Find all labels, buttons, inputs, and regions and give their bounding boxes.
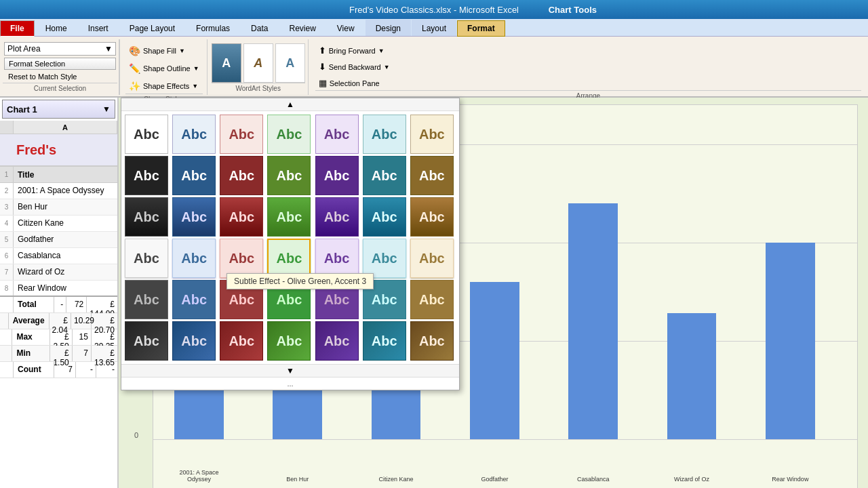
tab-data[interactable]: Data <box>241 20 278 36</box>
abc-item-r5-c4[interactable]: Abc <box>315 321 359 361</box>
tab-view[interactable]: View <box>327 20 365 36</box>
title-bar: Fred's Video Classics.xlsx - Microsoft E… <box>0 0 868 19</box>
abc-item-r2-c5[interactable]: Abc <box>363 197 406 237</box>
abc-item-r5-c6[interactable]: Abc <box>410 321 454 361</box>
abc-item-r4-c1[interactable]: Abc <box>172 280 216 319</box>
popup-more[interactable]: ... <box>121 377 459 390</box>
abc-item-r0-c5[interactable]: Abc <box>363 115 406 154</box>
stat-count-v1: 7 <box>54 362 76 378</box>
abc-item-r3-c6[interactable]: Abc <box>410 239 454 278</box>
abc-item-r3-c3[interactable]: Abc <box>267 239 311 278</box>
wordart-item-3[interactable]: A <box>275 43 305 83</box>
abc-item-r5-c1[interactable]: Abc <box>172 321 216 361</box>
abc-item-r3-c4[interactable]: Abc <box>315 239 359 278</box>
abc-item-r3-c0[interactable]: Abc <box>125 239 168 278</box>
abc-item-r5-c5[interactable]: Abc <box>363 321 406 361</box>
abc-item-r1-c0[interactable]: Abc <box>125 156 168 195</box>
bring-forward-arrow: ▼ <box>378 47 384 54</box>
abc-item-r5-c2[interactable]: Abc <box>220 321 263 361</box>
abc-item-r1-c1[interactable]: Abc <box>172 156 216 195</box>
stat-min-v3: £ 13.65 <box>92 346 117 361</box>
col-header-row: A <box>0 121 117 134</box>
abc-item-r0-c6[interactable]: Abc <box>410 115 454 154</box>
freds-title: Fred's <box>16 142 56 158</box>
tab-file[interactable]: File <box>0 20 35 37</box>
abc-item-r1-c2[interactable]: Abc <box>220 156 263 195</box>
chart-dropdown[interactable]: Chart 1 ▼ <box>2 100 115 119</box>
bar-wizard <box>667 313 717 439</box>
cell-wizard[interactable]: Wizard of Oz <box>14 264 117 280</box>
abc-item-r1-c5[interactable]: Abc <box>363 156 406 195</box>
abc-item-r2-c2[interactable]: Abc <box>220 197 263 237</box>
shape-outline-label: Shape Outline <box>143 64 191 73</box>
abc-item-r2-c6[interactable]: Abc <box>410 197 454 237</box>
cell-citizen-kane[interactable]: Citizen Kane <box>14 216 117 231</box>
scroll-down-icon: ▼ <box>286 366 294 375</box>
chart-area-text: Plot Area <box>7 44 104 54</box>
cell-casablanca[interactable]: Casablanca <box>14 248 117 264</box>
reset-style-btn[interactable]: Reset to Match Style <box>4 71 116 82</box>
shape-controls: 🎨 Shape Fill ▼ ✏️ Shape Outline ▼ ✨ Shap… <box>125 43 203 94</box>
popup-scroll-up[interactable]: ▲ <box>121 98 459 111</box>
wordart-preview: A A A <box>212 41 305 83</box>
stat-max-label: Max <box>12 329 50 345</box>
cell-godfather[interactable]: Godfather <box>14 232 117 247</box>
abc-item-r1-c4[interactable]: Abc <box>315 156 359 195</box>
tab-formulas[interactable]: Formulas <box>186 20 240 36</box>
stats-section: Total - 72 £ 144.90 Average £ 2.04 10.29… <box>0 297 117 488</box>
abc-item-r5-c0[interactable]: Abc <box>125 321 168 361</box>
abc-item-r2-c1[interactable]: Abc <box>172 197 216 237</box>
wordart-item-2[interactable]: A <box>243 43 273 83</box>
send-backward-btn[interactable]: ⬇ Send Backward ▼ <box>315 60 861 74</box>
tab-format[interactable]: Format <box>457 20 505 37</box>
stat-total-v1: - <box>54 297 66 312</box>
abc-item-r0-c4[interactable]: Abc <box>315 115 359 154</box>
row-num-2: 2 <box>0 183 14 199</box>
tab-page-layout[interactable]: Page Layout <box>119 20 185 36</box>
stat-row-count: Count 7 - - <box>0 362 117 378</box>
cell-ben-hur[interactable]: Ben Hur <box>14 199 117 215</box>
stat-min-label: Min <box>12 346 50 361</box>
selection-pane-btn[interactable]: ▦ Selection Pane <box>315 76 861 90</box>
abc-item-r2-c3[interactable]: Abc <box>267 197 311 237</box>
title-row: 1 Title <box>0 167 117 183</box>
abc-item-r2-c4[interactable]: Abc <box>315 197 359 237</box>
popup-scroll-down[interactable]: ▼ <box>121 364 459 377</box>
abc-item-r3-c2[interactable]: Abc <box>220 239 263 278</box>
cell-rear-window[interactable]: Rear Window <box>14 281 117 296</box>
abc-item-r1-c3[interactable]: Abc <box>267 156 311 195</box>
tab-layout[interactable]: Layout <box>412 20 456 36</box>
stat-max-v2: 15 <box>73 329 92 345</box>
row-num-7: 7 <box>0 264 14 280</box>
shape-outline-btn[interactable]: ✏️ Shape Outline ▼ <box>125 61 203 76</box>
bring-forward-btn[interactable]: ⬆ Bring Forward ▼ <box>315 43 861 58</box>
abc-item-r3-c5[interactable]: Abc <box>363 239 406 278</box>
tab-home[interactable]: Home <box>35 20 77 36</box>
abc-item-r2-c0[interactable]: Abc <box>125 197 168 237</box>
tab-review[interactable]: Review <box>279 20 326 36</box>
abc-item-r4-c6[interactable]: Abc <box>410 280 454 319</box>
more-icon: ... <box>287 380 293 388</box>
tab-insert[interactable]: Insert <box>78 20 119 36</box>
chart-tools-label: Chart Tools <box>549 5 597 15</box>
wordart-item-1[interactable]: A <box>212 43 241 83</box>
stat-count-v2: - <box>76 362 96 378</box>
abc-item-r3-c1[interactable]: Abc <box>172 239 216 278</box>
chart-area-dropdown[interactable]: Plot Area ▼ <box>4 42 116 56</box>
abc-item-r0-c0[interactable]: Abc <box>125 115 168 154</box>
shape-fill-btn[interactable]: 🎨 Shape Fill ▼ <box>125 43 203 58</box>
format-selection-btn[interactable]: Format Selection <box>4 58 116 70</box>
bar-label-rear-window: Rear Window <box>751 476 829 483</box>
scroll-up-icon: ▲ <box>286 100 294 109</box>
title-bar-text: Fred's Video Classics.xlsx - Microsoft E… <box>349 5 519 15</box>
cell-space-odyssey[interactable]: 2001: A Space Odyssey <box>14 183 117 199</box>
abc-item-r1-c6[interactable]: Abc <box>410 156 454 195</box>
abc-item-r4-c0[interactable]: Abc <box>125 280 168 319</box>
bar-label-citizen-kane: Citizen Kane <box>357 476 435 483</box>
shape-effects-btn[interactable]: ✨ Shape Effects ▼ <box>125 79 203 94</box>
abc-item-r0-c1[interactable]: Abc <box>172 115 216 154</box>
abc-item-r0-c3[interactable]: Abc <box>267 115 311 154</box>
abc-item-r5-c3[interactable]: Abc <box>267 321 311 361</box>
tab-design[interactable]: Design <box>366 20 411 36</box>
abc-item-r0-c2[interactable]: Abc <box>220 115 263 154</box>
